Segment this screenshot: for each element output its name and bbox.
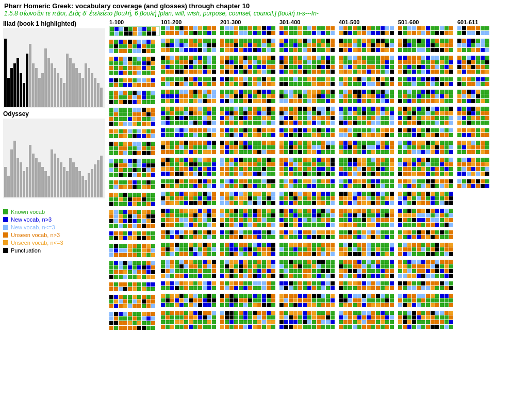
grid-block (279, 141, 338, 154)
grid-block (457, 56, 492, 74)
grid-block (398, 39, 456, 52)
vocab-column-5 (398, 26, 456, 333)
col-header-5: 501-600 (398, 19, 457, 25)
grid-block (161, 311, 219, 329)
grid-block (339, 209, 397, 227)
columns-container (108, 26, 528, 333)
grid-block (398, 158, 456, 176)
grid-block (279, 260, 338, 278)
grid-block (457, 90, 492, 103)
grid-block (457, 107, 492, 125)
grid-block (279, 192, 338, 205)
grid-block (161, 209, 219, 227)
grid-block (220, 90, 278, 103)
grid-block (161, 281, 219, 290)
grid-block (161, 56, 219, 74)
grid-block (279, 243, 338, 256)
grid-block (109, 91, 160, 104)
legend-item-0: Known vocab (3, 209, 105, 215)
col-header-1: 101-200 (161, 19, 220, 25)
grid-block (398, 230, 456, 239)
grid-block (398, 107, 456, 125)
grid-block (161, 260, 219, 278)
grid-block (279, 56, 338, 74)
col-header-6: 601-611 (457, 19, 493, 25)
grid-block (109, 231, 160, 240)
grid-block (109, 244, 160, 257)
grid-block (220, 128, 278, 137)
grid-block (220, 26, 278, 35)
grid-block (457, 128, 492, 137)
legend-item-5: Punctuation (3, 247, 105, 254)
grid-block (220, 158, 278, 176)
grid-block (161, 39, 219, 52)
col-header-2: 201-300 (220, 19, 279, 25)
grid-block (109, 295, 160, 308)
grid-block (339, 141, 397, 154)
grid-block (279, 294, 338, 307)
grid-block (279, 107, 338, 125)
grid-block (339, 243, 397, 256)
grid-block (398, 311, 456, 329)
grid-block (339, 107, 397, 125)
grid-block (279, 230, 338, 239)
grid-block (220, 260, 278, 278)
grid-block (279, 39, 338, 52)
main-area: Iliad (book 1 highlighted) Odyssey Known… (0, 18, 528, 420)
grid-block (398, 260, 456, 278)
grid-block (398, 192, 456, 205)
grid-block (457, 26, 492, 35)
grid-block (109, 159, 160, 177)
grid-block (339, 39, 397, 52)
grid-block (161, 128, 219, 137)
grid-block (398, 90, 456, 103)
vocab-column-6 (457, 26, 492, 333)
grid-block (339, 230, 397, 239)
grid-block (220, 192, 278, 205)
grid-block (279, 158, 338, 176)
legend-label-1: New vocab, n>3 (11, 216, 52, 223)
grid-block (109, 108, 160, 126)
grid-block (339, 77, 397, 86)
legend-item-1: New vocab, n>3 (3, 216, 105, 223)
page-title: Pharr Homeric Greek: vocabulary coverage… (4, 2, 524, 10)
grid-block (161, 243, 219, 256)
odyssey-label: Odyssey (3, 110, 105, 117)
grid-block (161, 141, 219, 154)
vocab-column-2 (220, 26, 278, 333)
grid-block (339, 158, 397, 176)
grid-block (109, 57, 160, 75)
grid-block (161, 77, 219, 86)
grid-block (457, 39, 492, 52)
vocab-column-3 (279, 26, 338, 333)
grid-block (109, 312, 160, 330)
col-header-4: 401-500 (339, 19, 398, 25)
grid-block (109, 78, 160, 87)
grid-block (109, 26, 160, 36)
legend-label-0: Known vocab (11, 209, 45, 215)
grid-block (220, 294, 278, 307)
grid-block (339, 192, 397, 205)
left-panel: Iliad (book 1 highlighted) Odyssey Known… (0, 18, 108, 420)
grid-block (398, 243, 456, 256)
grid-block (279, 128, 338, 137)
grid-block (109, 261, 160, 279)
grid-block (220, 209, 278, 227)
iliad-label: Iliad (book 1 highlighted) (3, 20, 105, 27)
legend-label-4: Unseen vocab, n<=3 (11, 240, 63, 246)
grid-block (220, 230, 278, 239)
legend: Known vocabNew vocab, n>3New vocab, n<=3… (3, 209, 105, 254)
legend-item-4: Unseen vocab, n<=3 (3, 240, 105, 246)
legend-label-3: Unseen vocab, n>3 (11, 232, 60, 238)
legend-label-2: New vocab, n<=3 (11, 224, 55, 230)
grid-block (398, 179, 456, 188)
grid-block (339, 90, 397, 103)
grid-block (220, 39, 278, 52)
grid-block (279, 311, 338, 329)
odyssey-bars (3, 119, 105, 198)
grid-block (339, 128, 397, 137)
grid-block (161, 90, 219, 103)
grid-block (279, 179, 338, 188)
grid-block (220, 243, 278, 256)
grid-block (339, 56, 397, 74)
